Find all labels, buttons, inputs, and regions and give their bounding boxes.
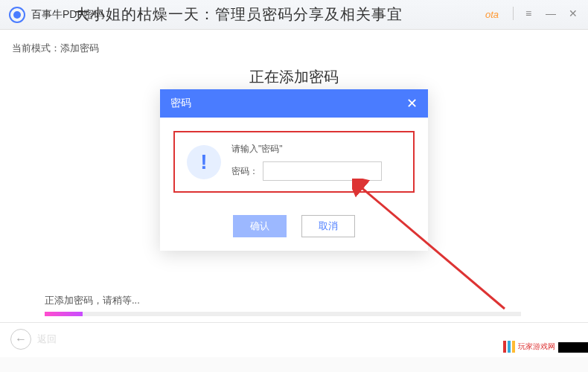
dialog-buttons: 确认 取消 <box>160 206 428 251</box>
app-logo <box>9 7 25 23</box>
main-title: 正在添加密码 <box>12 67 576 87</box>
watermark-text: 玩家游戏网 <box>518 341 555 352</box>
progress-fill <box>45 312 83 316</box>
input-area: 请输入"密码" 密码： <box>231 143 401 181</box>
window-controls: ≡ — ✕ <box>513 6 581 21</box>
overlay-heading: 大小姐的枯燥一天：管理员密码分享及相关事宜 <box>74 4 403 25</box>
progress-area: 正添加密码，请稍等... <box>45 294 521 316</box>
content-area: 当前模式：添加密码 正在添加密码 密码 ✕ ! 请输入"密码" 密码： 确认 取… <box>0 30 588 357</box>
progress-bar <box>45 312 521 316</box>
confirm-button[interactable]: 确认 <box>233 215 287 237</box>
dialog-body: ! 请输入"密码" 密码： <box>160 118 428 206</box>
watermark-bar <box>508 341 511 353</box>
separator <box>513 7 514 20</box>
menu-icon[interactable]: ≡ <box>521 6 536 21</box>
beta-badge: ota <box>485 9 499 20</box>
password-dialog: 密码 ✕ ! 请输入"密码" 密码： 确认 取消 <box>160 89 428 251</box>
dialog-header: 密码 ✕ <box>160 89 428 118</box>
mode-label: 当前模式：添加密码 <box>12 42 576 55</box>
cancel-button[interactable]: 取消 <box>301 215 355 237</box>
watermark-block <box>558 342 588 353</box>
minimize-icon[interactable]: — <box>543 6 558 21</box>
password-input[interactable] <box>263 161 382 181</box>
input-row: 密码： <box>231 161 401 181</box>
back-button[interactable]: ← <box>10 329 31 350</box>
footer: ← 返回 <box>10 329 57 350</box>
titlebar: 百事牛PDF密码 大小姐的枯燥一天：管理员密码分享及相关事宜 ota ≡ — ✕ <box>0 0 588 30</box>
progress-label: 正添加密码，请稍等... <box>45 294 521 307</box>
watermark-bar <box>503 341 506 353</box>
password-label: 密码： <box>231 165 258 178</box>
close-icon[interactable]: ✕ <box>566 6 581 21</box>
info-icon: ! <box>187 145 221 179</box>
back-label: 返回 <box>37 333 57 346</box>
highlighted-input-area: ! 请输入"密码" 密码： <box>173 131 415 193</box>
separator <box>0 322 588 323</box>
watermark-bar <box>512 341 515 353</box>
watermark: 玩家游戏网 <box>503 341 555 353</box>
prompt-text: 请输入"密码" <box>231 143 401 155</box>
dialog-close-icon[interactable]: ✕ <box>406 95 418 112</box>
dialog-title: 密码 <box>170 97 191 110</box>
